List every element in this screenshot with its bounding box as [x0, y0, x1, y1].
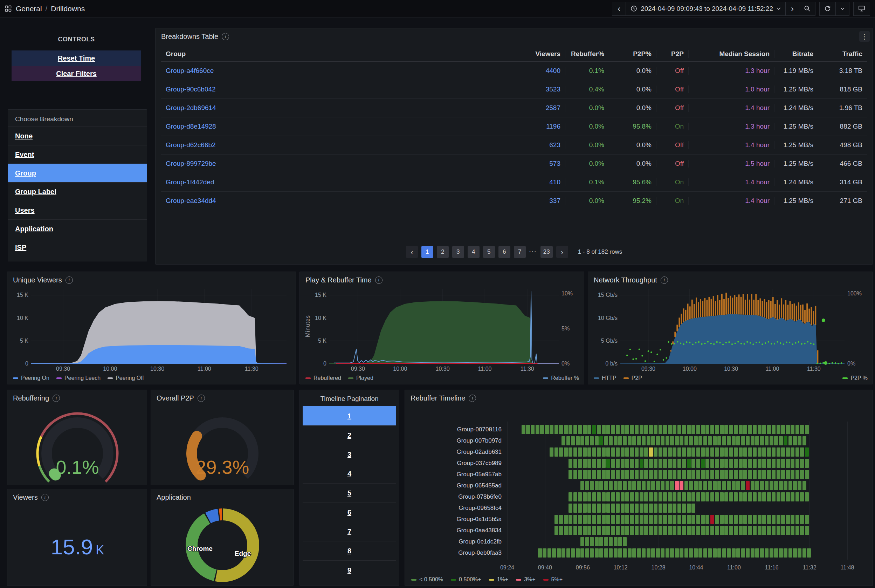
pagination-prev-button[interactable]: ‹ — [406, 246, 418, 258]
cell-viewers[interactable]: 623 — [523, 141, 565, 149]
legend-item[interactable]: 1%+ — [489, 576, 508, 583]
breakdown-option-event[interactable]: Event — [8, 145, 147, 164]
timeline-cell — [760, 548, 764, 558]
breakdown-option-application[interactable]: Application — [8, 219, 147, 238]
cell-group[interactable]: Group-90c6b042 — [161, 86, 523, 93]
breakdown-option-group-label[interactable]: Group Label — [8, 182, 147, 201]
timeline-page-1[interactable]: 1 — [303, 406, 396, 425]
legend-item[interactable]: Peering Leech — [56, 375, 100, 381]
cell-viewers[interactable]: 337 — [523, 197, 565, 205]
column-header-viewers[interactable]: Viewers — [523, 50, 565, 58]
breadcrumb-dashboard[interactable]: Drilldowns — [51, 4, 85, 13]
timeline-cell — [566, 436, 570, 446]
info-icon[interactable]: i — [66, 276, 73, 284]
pagination-page-7[interactable]: 7 — [514, 246, 526, 258]
cell-group[interactable]: Group-d62c66b2 — [161, 141, 523, 149]
time-shift-back-button[interactable]: ‹ — [612, 2, 626, 16]
timeline-page-3[interactable]: 3 — [303, 445, 396, 464]
timeline-page-5[interactable]: 5 — [303, 483, 396, 502]
cell-group[interactable]: Group-eae34dd4 — [161, 197, 523, 205]
column-header-bitrate[interactable]: Bitrate — [774, 50, 818, 58]
cell-viewers[interactable]: 573 — [523, 160, 565, 168]
timeline-page-4[interactable]: 4 — [303, 464, 396, 483]
time-range-picker[interactable]: 2024-04-09 09:09:43 to 2024-04-09 11:52:… — [626, 2, 786, 16]
legend-item[interactable]: P2P % — [842, 375, 868, 381]
pagination-page-3[interactable]: 3 — [452, 246, 464, 258]
svg-text:11:00: 11:00 — [198, 366, 211, 372]
info-icon[interactable]: i — [661, 276, 668, 284]
dashboards-grid-icon[interactable] — [5, 5, 12, 12]
timeline-cell — [659, 504, 662, 513]
legend-item[interactable]: Peering Off — [108, 375, 144, 381]
pagination-page-6[interactable]: 6 — [499, 246, 510, 258]
breakdown-option-users[interactable]: Users — [8, 201, 147, 219]
timeline-cell — [656, 481, 660, 490]
info-icon[interactable]: i — [41, 494, 49, 501]
legend-item[interactable]: 3%+ — [516, 576, 535, 583]
cell-group[interactable]: Group-a4f660ce — [161, 67, 523, 75]
cell-viewers[interactable]: 3523 — [523, 86, 565, 93]
pagination-page-23[interactable]: 23 — [541, 246, 553, 258]
legend-item[interactable]: Rebuffer % — [543, 375, 579, 381]
legend-item[interactable]: < 0.500% — [411, 576, 443, 583]
table-row: Group-90c6b04235230.4%0.0%Off1.0 hour1.2… — [161, 80, 867, 99]
legend-item[interactable]: P2P — [623, 375, 642, 381]
info-icon[interactable]: i — [198, 394, 205, 402]
cell-group[interactable]: Group-1f442ded — [161, 178, 523, 186]
timeline-page-7[interactable]: 7 — [303, 522, 396, 541]
pagination-next-button[interactable]: › — [556, 246, 568, 258]
timeline-page-9[interactable]: 9 — [303, 560, 396, 580]
info-icon[interactable]: i — [469, 394, 476, 402]
cell-group[interactable]: Group-899729be — [161, 160, 523, 168]
timeline-cell — [706, 459, 709, 468]
cell-viewers[interactable]: 410 — [523, 178, 565, 186]
column-header-p2p[interactable]: P2P — [656, 50, 688, 58]
refresh-button[interactable] — [819, 2, 836, 16]
timeline-cell — [677, 425, 681, 434]
timeline-cell — [590, 548, 594, 558]
info-icon[interactable]: i — [222, 33, 229, 40]
legend-item[interactable]: HTTP — [594, 375, 616, 381]
legend-item[interactable]: 5%+ — [543, 576, 563, 583]
panel-menu-icon[interactable]: ⋮ — [859, 31, 870, 42]
breakdown-option-isp[interactable]: ISP — [8, 238, 147, 256]
timeline-page-6[interactable]: 6 — [303, 502, 396, 522]
zoom-out-time-button[interactable] — [799, 2, 815, 16]
reset-time-button[interactable]: Reset Time — [12, 51, 141, 66]
clear-filters-button[interactable]: Clear Filters — [12, 66, 141, 81]
pagination-page-2[interactable]: 2 — [437, 246, 449, 258]
breadcrumb-folder[interactable]: General — [16, 4, 42, 13]
refresh-interval-button[interactable] — [835, 2, 850, 16]
legend-item[interactable]: Rebuffered — [306, 375, 341, 381]
cell-viewers[interactable]: 4400 — [523, 67, 565, 75]
timeline-cell — [739, 447, 743, 457]
timeline-cell — [748, 447, 752, 457]
column-header-traffic[interactable]: Traffic — [818, 50, 867, 58]
info-icon[interactable]: i — [375, 276, 382, 284]
timeline-page-8[interactable]: 8 — [303, 541, 396, 560]
pagination-page-5[interactable]: 5 — [483, 246, 495, 258]
timeline-cell — [580, 436, 584, 446]
column-header-p2p_pct[interactable]: P2P% — [609, 50, 656, 58]
legend-item[interactable]: Peering On — [13, 375, 49, 381]
column-header-median_session[interactable]: Median Session — [688, 50, 774, 58]
legend-item[interactable]: Played — [348, 375, 373, 381]
svg-text:0: 0 — [323, 361, 327, 366]
cell-viewers[interactable]: 2587 — [523, 104, 565, 112]
timeline-page-2[interactable]: 2 — [303, 425, 396, 445]
legend-item[interactable]: 0.500%+ — [451, 576, 481, 583]
time-shift-forward-button[interactable]: › — [785, 2, 799, 16]
kiosk-mode-button[interactable] — [853, 2, 870, 16]
column-header-group[interactable]: Group — [161, 50, 523, 58]
column-header-rebuffer_pct[interactable]: Rebuffer% — [565, 50, 609, 58]
breakdown-option-group[interactable]: Group — [8, 164, 147, 182]
cell-bitrate: 1.25 MB/s — [774, 86, 818, 93]
breakdown-option-none[interactable]: None — [8, 126, 147, 145]
pagination-page-4[interactable]: 4 — [467, 246, 479, 258]
cell-group[interactable]: Group-2db69614 — [161, 104, 523, 112]
timeline-cell — [791, 515, 794, 524]
cell-viewers[interactable]: 1196 — [523, 123, 565, 130]
cell-group[interactable]: Group-d8e14928 — [161, 123, 523, 130]
info-icon[interactable]: i — [52, 394, 60, 402]
pagination-page-1[interactable]: 1 — [421, 246, 433, 258]
